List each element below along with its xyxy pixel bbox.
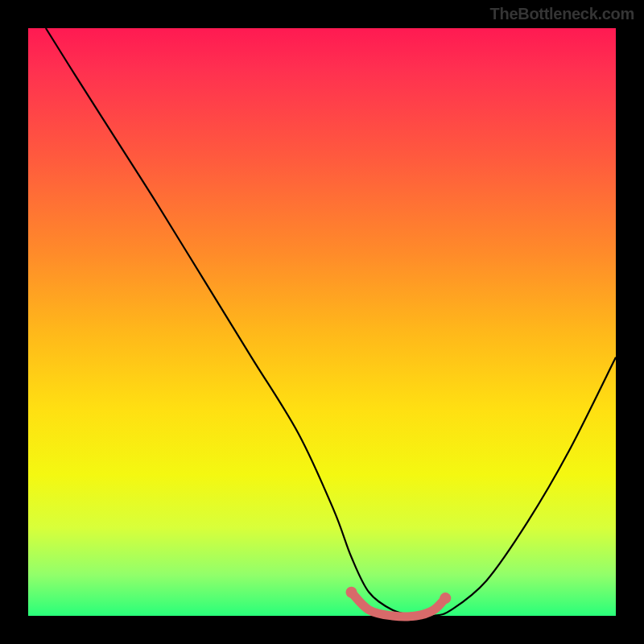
optimal-end-marker [440, 592, 451, 604]
chart-svg [28, 28, 616, 616]
optimal-zone-path [352, 592, 446, 617]
optimal-start-marker [346, 587, 357, 598]
bottleneck-curve-path [46, 28, 616, 617]
attribution-text: TheBottleneck.com [490, 5, 634, 23]
chart-plot-area [28, 28, 616, 616]
